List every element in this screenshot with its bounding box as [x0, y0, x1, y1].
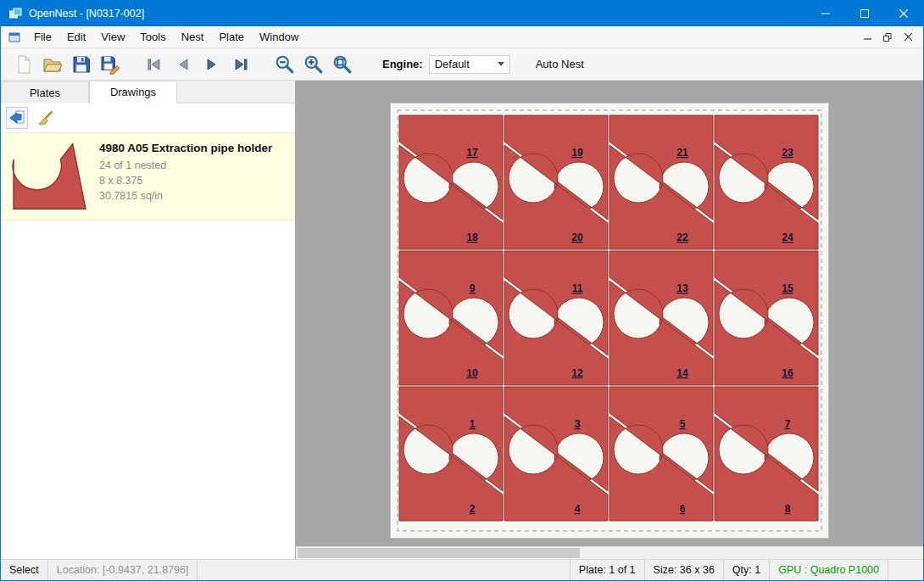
- go-previous-icon[interactable]: [169, 51, 198, 78]
- tab-plates[interactable]: Plates: [1, 81, 89, 103]
- menu-plate[interactable]: Plate: [211, 27, 252, 47]
- drawing-nested-count: 24 of 1 nested: [99, 158, 272, 173]
- part-number: 23: [782, 147, 793, 159]
- status-gpu: GPU : Quadro P1000: [769, 560, 888, 580]
- go-next-icon[interactable]: [198, 51, 226, 78]
- mdi-close-icon[interactable]: [898, 29, 918, 46]
- nested-pair[interactable]: 78: [715, 387, 818, 521]
- part-number: 17: [466, 147, 478, 159]
- clean-broom-icon[interactable]: [35, 107, 57, 129]
- window-title: OpenNest - [N0317-002]: [29, 8, 144, 20]
- mdi-restore-icon[interactable]: [877, 29, 898, 46]
- toolbar: Engine: Default Auto Nest: [1, 48, 923, 81]
- menu-view[interactable]: View: [93, 27, 132, 47]
- nested-pair[interactable]: 1314: [610, 251, 713, 385]
- nested-pair[interactable]: 2122: [610, 115, 713, 249]
- nested-pair[interactable]: 56: [610, 387, 713, 521]
- sidebar-tabs: PlatesDrawings: [1, 81, 295, 103]
- status-resize-grip: [888, 560, 923, 580]
- app-icon: [8, 7, 22, 20]
- zoom-fit-icon[interactable]: [328, 51, 357, 78]
- part-number: 7: [785, 418, 791, 430]
- part-number: 13: [676, 282, 688, 294]
- part-number: 21: [676, 147, 688, 159]
- part-number: 14: [676, 367, 688, 379]
- sidebar-toolbar: [1, 103, 295, 132]
- part-number: 5: [680, 418, 686, 430]
- status-plate: Plate: 1 of 1: [570, 560, 644, 580]
- part-number: 10: [466, 367, 478, 379]
- part-number: 3: [575, 418, 581, 430]
- statusbar: Select Location: [-0.9437, 21.8796] Plat…: [1, 559, 923, 580]
- part-number: 19: [571, 147, 583, 159]
- menu-window[interactable]: Window: [252, 27, 306, 47]
- menu-file[interactable]: File: [26, 27, 59, 47]
- go-first-icon[interactable]: [140, 51, 169, 78]
- drawing-size: 8 x 8.375: [99, 173, 272, 188]
- engine-select[interactable]: Default: [429, 55, 510, 74]
- mdi-window-controls: [857, 29, 923, 46]
- nested-pair[interactable]: 1920: [504, 115, 608, 249]
- zoom-out-icon[interactable]: [270, 51, 299, 78]
- document-window-icon: [8, 31, 21, 44]
- part-number: 6: [680, 503, 686, 515]
- tab-drawings[interactable]: Drawings: [89, 81, 177, 103]
- nest-svg: 171819202122232491011121314151612345678: [391, 103, 828, 538]
- scrollbar-thumb[interactable]: [298, 548, 580, 558]
- save-edit-icon[interactable]: [96, 51, 125, 78]
- part-number: 12: [571, 367, 583, 379]
- part-number: 16: [782, 367, 793, 379]
- plate[interactable]: 171819202122232491011121314151612345678: [390, 103, 829, 539]
- menu-edit[interactable]: Edit: [59, 27, 93, 47]
- nest-canvas[interactable]: 171819202122232491011121314151612345678: [296, 81, 923, 559]
- menubar: FileEditViewToolsNestPlateWindow: [1, 26, 923, 48]
- part-number: 1: [470, 418, 476, 430]
- part-number: 20: [571, 232, 583, 243]
- menu-tools[interactable]: Tools: [132, 27, 173, 47]
- minimize-button[interactable]: [806, 1, 845, 26]
- status-size: Size: 36 x 36: [644, 560, 723, 580]
- zoom-in-icon[interactable]: [299, 51, 328, 78]
- nested-pair[interactable]: 1516: [715, 251, 818, 385]
- nested-pair[interactable]: 910: [399, 251, 503, 385]
- close-button[interactable]: [884, 1, 923, 26]
- engine-selected-value: Default: [435, 58, 498, 70]
- maximize-button[interactable]: [845, 1, 884, 26]
- nested-pair[interactable]: 34: [504, 387, 608, 521]
- part-number: 15: [782, 282, 793, 294]
- menu-nest[interactable]: Nest: [174, 27, 212, 47]
- content: PlatesDrawings 4980: [1, 81, 923, 559]
- sidebar: PlatesDrawings 4980: [1, 81, 296, 559]
- nested-pair[interactable]: 1718: [399, 115, 503, 249]
- part-number: 8: [785, 503, 791, 515]
- part-number: 4: [575, 503, 581, 515]
- part-number: 24: [782, 232, 793, 243]
- auto-nest-button[interactable]: Auto Nest: [532, 54, 587, 74]
- nest-parts: 171819202122232491011121314151612345678: [399, 115, 818, 521]
- mdi-minimize-icon[interactable]: [857, 29, 877, 46]
- drawing-area: 30.7815 sq/in: [99, 188, 272, 204]
- go-last-icon[interactable]: [226, 51, 255, 78]
- status-mode: Select: [1, 560, 48, 580]
- part-number: 9: [470, 282, 476, 294]
- engine-label: Engine:: [382, 58, 423, 70]
- menu-items: FileEditViewToolsNestPlateWindow: [26, 31, 306, 43]
- part-number: 18: [466, 232, 478, 243]
- drawing-title: 4980 A05 Extraction pipe holder: [99, 142, 272, 154]
- horizontal-scrollbar[interactable]: [296, 546, 923, 559]
- import-drawing-icon[interactable]: [6, 107, 28, 129]
- nested-pair[interactable]: 2324: [715, 115, 818, 249]
- save-icon[interactable]: [67, 51, 96, 78]
- chevron-down-icon: [498, 62, 504, 66]
- titlebar: OpenNest - [N0317-002]: [1, 1, 923, 26]
- part-thumbnail-shape: [13, 144, 86, 209]
- part-thumbnail: [9, 140, 91, 213]
- new-file-icon[interactable]: [9, 51, 38, 78]
- nested-pair[interactable]: 12: [399, 387, 503, 521]
- part-number: 11: [572, 282, 583, 294]
- status-qty: Qty: 1: [723, 560, 769, 580]
- nested-pair[interactable]: 1112: [504, 251, 608, 385]
- part-number: 22: [676, 232, 688, 243]
- drawing-list-item[interactable]: 4980 A05 Extraction pipe holder 24 of 1 …: [1, 132, 295, 221]
- open-folder-icon[interactable]: [38, 51, 67, 78]
